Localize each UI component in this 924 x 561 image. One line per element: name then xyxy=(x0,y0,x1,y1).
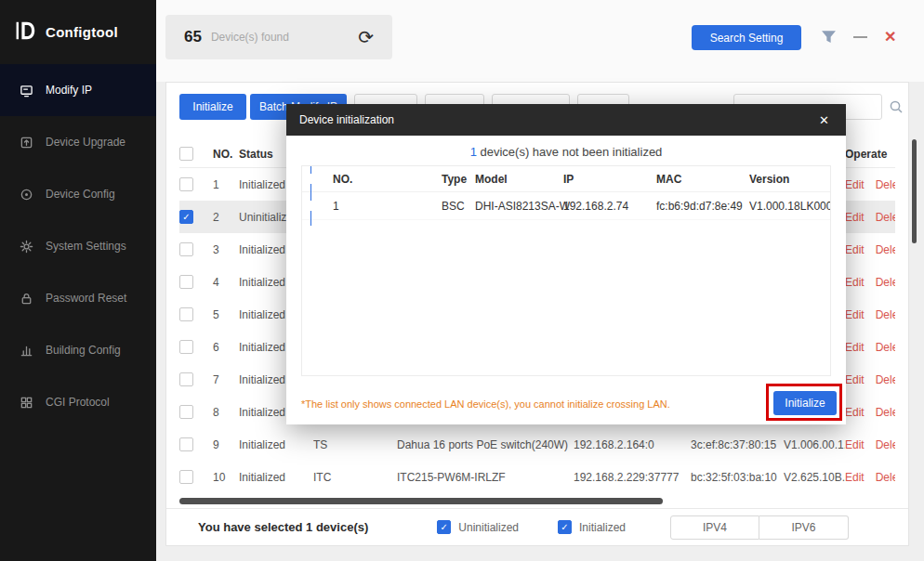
table-row[interactable]: 9InitializedTSDahua 16 ports PoE switch(… xyxy=(179,428,895,461)
col-operate: Operate xyxy=(845,140,895,167)
ip-version-toggle: IPV4 IPV6 xyxy=(670,515,849,540)
sidebar-item-device-upgrade[interactable]: Device Upgrade xyxy=(0,116,156,168)
edit-link[interactable]: Edit xyxy=(845,178,865,191)
dialog-initialize-button[interactable]: Initialize xyxy=(773,391,837,415)
edit-link[interactable]: Edit xyxy=(845,471,865,484)
select-all-checkbox[interactable] xyxy=(179,147,193,161)
minimize-button[interactable] xyxy=(853,36,867,38)
dialog-message: 1 device(s) have not been initialized xyxy=(286,145,846,159)
uninitialized-label: Uninitialized xyxy=(458,521,519,534)
cell-ip: 192.168.2.164:0 xyxy=(574,438,691,451)
uninitialized-checkbox[interactable] xyxy=(437,520,451,534)
dialog-col-type: Type xyxy=(442,173,475,186)
device-found-label: Device(s) found xyxy=(211,31,289,44)
refresh-icon[interactable]: ⟳ xyxy=(358,28,374,46)
edit-link[interactable]: Edit xyxy=(845,341,865,354)
row-checkbox[interactable] xyxy=(179,307,193,321)
initialized-checkbox[interactable] xyxy=(558,520,572,534)
cell-operate: EditDelete xyxy=(845,201,895,233)
horizontal-scrollbar[interactable] xyxy=(179,498,663,504)
dialog-cell-type: BSC xyxy=(442,200,475,213)
delete-link[interactable]: Delete xyxy=(876,211,895,224)
password-reset-icon xyxy=(19,291,33,306)
dialog-col-mac: MAC xyxy=(656,173,749,186)
delete-link[interactable]: Delete xyxy=(876,178,895,191)
dialog-cell-no: 1 xyxy=(330,200,442,213)
configtool-logo-icon xyxy=(15,20,37,44)
dialog-title: Device initialization xyxy=(299,113,394,126)
delete-link[interactable]: Delete xyxy=(876,308,895,321)
dialog-cell-ip: 192.168.2.74 xyxy=(563,200,656,213)
sidebar-item-label: CGI Protocol xyxy=(46,396,110,409)
cgi-protocol-icon xyxy=(19,395,33,410)
vertical-scrollbar[interactable] xyxy=(912,139,917,243)
row-checkbox[interactable] xyxy=(179,405,193,419)
delete-link[interactable]: Delete xyxy=(876,341,895,354)
dialog-row-checkbox[interactable] xyxy=(310,186,330,226)
row-checkbox[interactable] xyxy=(179,340,193,354)
dialog-col-model: Model xyxy=(475,173,563,186)
search-icon[interactable] xyxy=(889,99,904,117)
cell-operate: EditDelete xyxy=(845,298,895,331)
cell-no: 6 xyxy=(204,341,239,354)
dialog-col-no: NO. xyxy=(330,173,442,186)
initialize-button[interactable]: Initialize xyxy=(179,94,246,120)
modify-ip-icon xyxy=(19,83,33,98)
cell-model: ITC215-PW6M-IRLZF xyxy=(397,471,574,484)
device-config-icon xyxy=(19,187,33,202)
delete-link[interactable]: Delete xyxy=(876,471,895,484)
app-title: Configtool xyxy=(46,24,118,40)
edit-link[interactable]: Edit xyxy=(845,406,865,419)
uninitialized-message: device(s) have not been initialized xyxy=(481,145,663,159)
delete-link[interactable]: Delete xyxy=(876,243,895,256)
row-checkbox[interactable] xyxy=(179,372,193,386)
row-checkbox[interactable] xyxy=(179,437,193,451)
edit-link[interactable]: Edit xyxy=(845,243,865,256)
table-row[interactable]: 10InitializedITCITC215-PW6M-IRLZF192.168… xyxy=(179,461,895,493)
cell-no: 8 xyxy=(204,406,239,419)
dialog-col-ip: IP xyxy=(563,173,656,186)
dialog-table-header: NO. Type Model IP MAC Version xyxy=(302,166,830,192)
edit-link[interactable]: Edit xyxy=(845,438,865,451)
row-checkbox[interactable] xyxy=(179,470,193,484)
edit-link[interactable]: Edit xyxy=(845,373,865,386)
cell-operate: EditDelete xyxy=(845,461,895,493)
cell-status: Initialized xyxy=(239,438,313,451)
dialog-close-icon[interactable]: ✕ xyxy=(815,113,833,127)
row-checkbox[interactable] xyxy=(179,210,193,224)
row-checkbox[interactable] xyxy=(179,177,193,191)
delete-link[interactable]: Delete xyxy=(876,276,895,289)
building-config-icon xyxy=(19,343,33,358)
row-checkbox[interactable] xyxy=(179,275,193,289)
sidebar-item-system-settings[interactable]: System Settings xyxy=(0,220,156,272)
dialog-table-row[interactable]: 1 BSC DHI-ASI8213SA-W 192.168.2.74 fc:b6… xyxy=(302,192,830,220)
brand: Configtool xyxy=(0,0,156,60)
row-checkbox[interactable] xyxy=(179,242,193,256)
selection-bar: You have selected 1 device(s) Uninitiali… xyxy=(166,508,908,545)
sidebar-item-label: Password Reset xyxy=(46,292,126,305)
sidebar-item-password-reset[interactable]: Password Reset xyxy=(0,272,156,324)
cell-type: TS xyxy=(313,438,397,451)
sidebar-item-cgi-protocol[interactable]: CGI Protocol xyxy=(0,376,156,428)
cell-operate: EditDelete xyxy=(845,363,895,396)
ipv6-button[interactable]: IPV6 xyxy=(759,515,849,540)
sidebar-item-device-config[interactable]: Device Config xyxy=(0,168,156,220)
sidebar-item-label: Modify IP xyxy=(46,84,92,97)
filter-icon[interactable] xyxy=(821,30,837,46)
edit-link[interactable]: Edit xyxy=(845,211,865,224)
device-count-pill: 65 Device(s) found ⟳ xyxy=(165,15,392,59)
sidebar-item-modify-ip[interactable]: Modify IP xyxy=(0,64,156,116)
edit-link[interactable]: Edit xyxy=(845,308,865,321)
selected-count-text: You have selected 1 device(s) xyxy=(198,520,368,534)
cell-operate: EditDelete xyxy=(845,233,895,266)
edit-link[interactable]: Edit xyxy=(845,276,865,289)
ipv4-button[interactable]: IPV4 xyxy=(670,515,759,540)
search-setting-button[interactable]: Search Setting xyxy=(692,25,801,50)
delete-link[interactable]: Delete xyxy=(876,406,895,419)
dialog-header: Device initialization ✕ xyxy=(286,104,846,136)
cell-operate: EditDelete xyxy=(845,266,895,298)
sidebar-item-building-config[interactable]: Building Config xyxy=(0,324,156,376)
close-button[interactable]: ✕ xyxy=(884,28,896,46)
delete-link[interactable]: Delete xyxy=(876,373,895,386)
delete-link[interactable]: Delete xyxy=(876,438,895,451)
